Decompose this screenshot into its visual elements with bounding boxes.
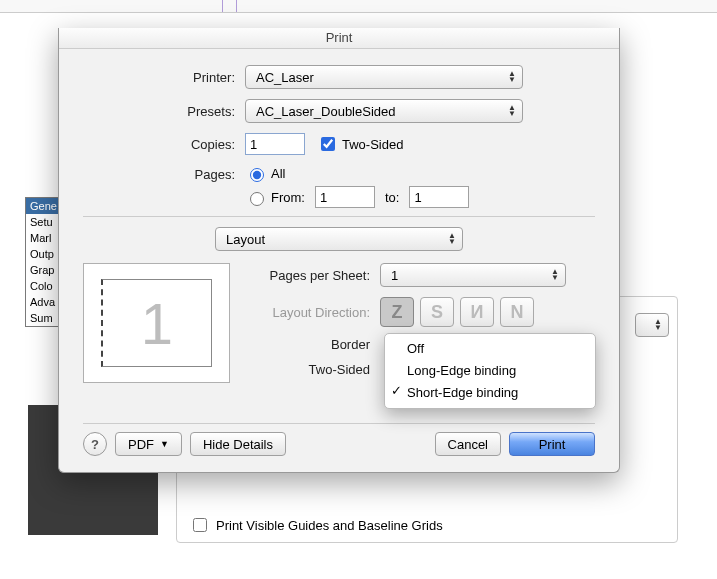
two-sided-checkbox[interactable] xyxy=(321,137,335,151)
two-sided-option-short-edge[interactable]: Short-Edge binding xyxy=(385,382,595,404)
chevrons-icon: ▲▼ xyxy=(448,233,456,245)
pages-all-label: All xyxy=(271,166,285,181)
chevron-down-icon: ▼ xyxy=(160,439,169,449)
chevrons-icon: ▲▼ xyxy=(654,319,662,331)
layout-direction-s-icon[interactable]: S xyxy=(420,297,454,327)
layout-preview: 1 xyxy=(83,263,230,383)
two-sided-dropdown-menu: Off Long-Edge binding Short-Edge binding xyxy=(384,333,596,409)
pages-per-sheet-value: 1 xyxy=(391,268,398,283)
pages-from-radio[interactable] xyxy=(250,192,264,206)
print-label: Print xyxy=(539,437,566,452)
printer-value: AC_Laser xyxy=(256,70,314,85)
border-label: Border xyxy=(252,337,380,352)
pages-from-input[interactable] xyxy=(315,186,375,208)
pages-to-label: to: xyxy=(385,190,399,205)
bg-category-item: Sum xyxy=(26,310,59,326)
layout-direction-group: Z S И N xyxy=(380,297,534,327)
two-sided-row-label: Two-Sided xyxy=(252,362,380,377)
pages-per-sheet-label: Pages per Sheet: xyxy=(252,268,380,283)
ruler-bar xyxy=(0,0,717,13)
two-sided-option-long-edge[interactable]: Long-Edge binding xyxy=(385,360,595,382)
pdf-menu-label: PDF xyxy=(128,437,154,452)
hide-details-button[interactable]: Hide Details xyxy=(190,432,286,456)
layout-direction-label: Layout Direction: xyxy=(252,305,380,320)
bg-print-visible-guides-checkbox[interactable] xyxy=(193,518,207,532)
cancel-label: Cancel xyxy=(448,437,488,452)
layout-direction-n-icon[interactable]: И xyxy=(460,297,494,327)
bg-category-item: Adva xyxy=(26,294,59,310)
bg-category-item: Gene xyxy=(26,198,59,214)
chevrons-icon: ▲▼ xyxy=(551,269,559,281)
copies-input[interactable] xyxy=(245,133,305,155)
bg-category-list: Gene Setu Marl Outp Grap Colo Adva Sum xyxy=(25,197,60,327)
two-sided-option-off[interactable]: Off xyxy=(385,338,595,360)
presets-select[interactable]: AC_Laser_DoubleSided ▲▼ xyxy=(245,99,523,123)
pages-per-sheet-select[interactable]: 1 ▲▼ xyxy=(380,263,566,287)
presets-label: Presets: xyxy=(83,104,245,119)
dialog-title: Print xyxy=(59,28,619,49)
layout-preview-page-number: 1 xyxy=(101,279,212,367)
copies-label: Copies: xyxy=(83,137,245,152)
guide-vertical-2 xyxy=(236,0,237,12)
bg-print-visible-guides-label: Print Visible Guides and Baseline Grids xyxy=(216,518,443,533)
bg-print-visible-guides-row: Print Visible Guides and Baseline Grids xyxy=(189,515,443,535)
bg-category-item: Colo xyxy=(26,278,59,294)
cancel-button[interactable]: Cancel xyxy=(435,432,501,456)
presets-value: AC_Laser_DoubleSided xyxy=(256,104,395,119)
print-button[interactable]: Print xyxy=(509,432,595,456)
printer-label: Printer: xyxy=(83,70,245,85)
two-sided-label: Two-Sided xyxy=(342,137,403,152)
bg-category-item: Marl xyxy=(26,230,59,246)
pages-label: Pages: xyxy=(83,165,245,182)
pages-to-input[interactable] xyxy=(409,186,469,208)
pages-from-label: From: xyxy=(271,190,305,205)
printer-select[interactable]: AC_Laser ▲▼ xyxy=(245,65,523,89)
layout-direction-z-icon[interactable]: Z xyxy=(380,297,414,327)
layout-direction-nn-icon[interactable]: N xyxy=(500,297,534,327)
section-select[interactable]: Layout ▲▼ xyxy=(215,227,463,251)
help-button[interactable]: ? xyxy=(83,432,107,456)
bg-category-item: Outp xyxy=(26,246,59,262)
chevrons-icon: ▲▼ xyxy=(508,71,516,83)
bg-category-item: Grap xyxy=(26,262,59,278)
guide-vertical-1 xyxy=(222,0,223,12)
divider xyxy=(83,216,595,217)
hide-details-label: Hide Details xyxy=(203,437,273,452)
bg-stepper-1: ▲▼ xyxy=(635,313,669,337)
bg-category-item: Setu xyxy=(26,214,59,230)
pdf-menu-button[interactable]: PDF ▼ xyxy=(115,432,182,456)
chevrons-icon: ▲▼ xyxy=(508,105,516,117)
section-value: Layout xyxy=(226,232,265,247)
pages-all-radio[interactable] xyxy=(250,168,264,182)
